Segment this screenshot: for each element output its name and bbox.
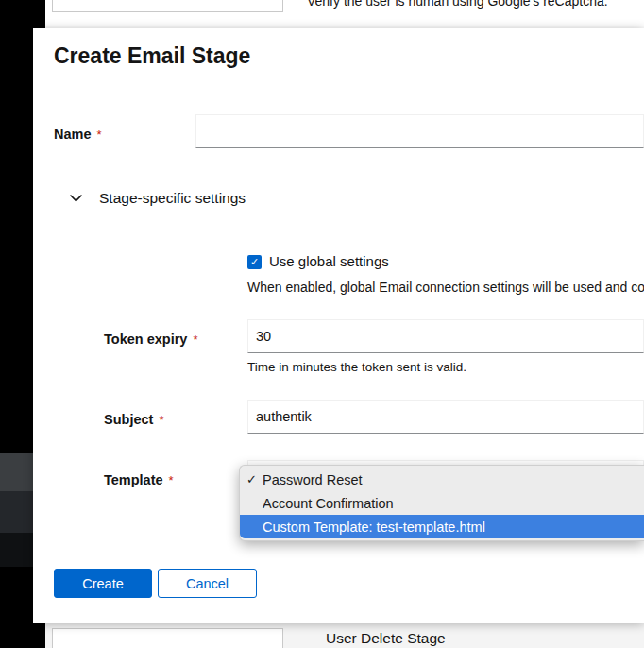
use-global-settings-checkbox[interactable]: ✓	[247, 255, 262, 269]
recaptcha-help-text: Verify the user is human using Google's …	[307, 0, 608, 9]
dropdown-option-custom-template[interactable]: Custom Template: test-template.html	[240, 515, 644, 538]
subject-label: Subject*	[104, 412, 163, 427]
section-label: Stage-specific settings	[99, 190, 246, 207]
stage-row-label: User Delete Stage	[326, 630, 446, 647]
background-page-top: Verify the user is human using Google's …	[45, 0, 644, 28]
name-label: Name*	[54, 127, 102, 142]
modal-title: Create Email Stage	[54, 43, 250, 69]
dropdown-option-password-reset[interactable]: ✓ Password Reset	[240, 468, 644, 491]
background-page-bottom: User Delete Stage	[45, 623, 644, 648]
token-expiry-help: Time in minutes the token sent is valid.	[247, 360, 466, 374]
token-expiry-input[interactable]	[247, 319, 644, 353]
required-asterisk: *	[169, 473, 174, 487]
use-global-settings-help: When enabled, global Email connection se…	[247, 280, 644, 295]
use-global-settings-label[interactable]: Use global settings	[269, 253, 389, 269]
dropdown-option-account-confirmation[interactable]: Account Confirmation	[240, 491, 644, 515]
required-asterisk: *	[193, 333, 197, 347]
required-asterisk: *	[97, 128, 102, 142]
name-input[interactable]	[195, 114, 644, 148]
screen: Verify the user is human using Google's …	[0, 0, 644, 648]
subject-input[interactable]	[247, 400, 644, 434]
background-input	[52, 628, 283, 648]
template-dropdown-menu: ✓ Password Reset Account Confirmation Cu…	[239, 465, 644, 541]
template-label: Template*	[104, 472, 174, 487]
chevron-down-icon	[69, 192, 82, 205]
check-icon: ✓	[250, 256, 259, 268]
token-expiry-label: Token expiry*	[104, 332, 197, 347]
create-button[interactable]: Create	[54, 569, 152, 598]
cancel-button[interactable]: Cancel	[158, 569, 257, 598]
stage-settings-section-toggle[interactable]: Stage-specific settings	[69, 187, 246, 210]
required-asterisk: *	[159, 413, 163, 427]
checkmark-icon: ✓	[246, 472, 263, 486]
background-input	[52, 0, 283, 12]
